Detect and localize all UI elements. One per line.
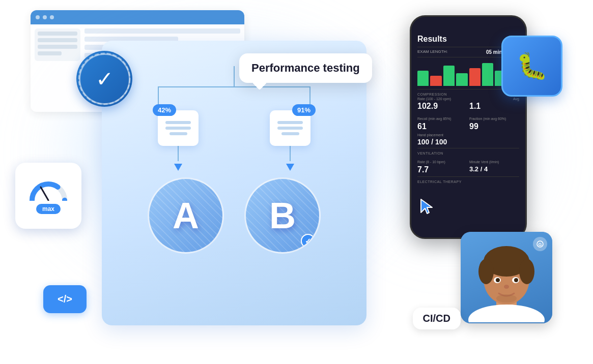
fraction-container: Fraction (min avg 60%) 99 [469,113,519,131]
svg-line-1 [41,187,48,200]
arrow-head [174,164,182,171]
doc-line [165,121,191,124]
percentage-badge-a: 42% [153,104,176,116]
circle-b: B ✓ [244,177,321,254]
electrical-label: ELECTRICAL THERAPY [417,180,519,184]
hand-val: 100 / 100 [417,138,519,146]
dash-sidebar [35,28,80,61]
avg-val-container: 1.1 [469,102,519,111]
phone-notch [448,17,489,29]
dash-sidebar-item [38,38,77,42]
phone-divider [417,176,519,177]
perf-tooltip-text: Performance testing [251,62,360,74]
svg-text:G: G [538,242,542,247]
recoil-container: Recoil (min avg 85%) 61 [417,113,467,131]
dash-dot-3 [50,15,54,19]
svg-point-3 [468,305,545,322]
svg-marker-16 [421,199,432,214]
phone-recoil-grid: Recoil (min avg 85%) 61 Fraction (min av… [417,113,519,131]
circle-a-letter: A [173,195,199,236]
min-vent-label: Minute Vent (l/min) [469,160,499,164]
vent-rate-grid: Rate (8 - 10 bpm) 7.7 Minute Vent (l/min… [417,156,519,174]
avg-val: 1.1 [469,102,481,110]
dash-row [84,28,240,34]
phone-divider [417,148,519,148]
phone-rate-grid: 102.9 1.1 [417,102,519,111]
doc-line-short [281,132,299,135]
ventilation-section-label: VENTILATION [417,151,519,155]
arrow-head [286,164,294,171]
doc-line-short [170,132,187,135]
ab-testing-card: 42% 91% [102,41,366,325]
seal-checkmark: ✓ [96,67,114,92]
min-vent-val: 3.2 / 4 [469,165,519,173]
bug-icon-card: 🐛 [501,36,562,97]
phone-rate-row: Rate (100 - 120 cpm) Avg [417,97,519,101]
speed-meter-card: max [15,163,81,229]
selected-checkmark: ✓ [301,234,315,248]
svg-point-6 [478,259,494,284]
recoil-label: Recoil (min avg 85%) [417,117,451,120]
hand-placement-row: Hand placement [417,133,519,137]
rate-label: Rate (100 - 120 cpm) [417,97,451,101]
arrow-container [158,146,310,173]
rate-val-container: 102.9 [417,102,467,111]
seal-outer-ring: ✓ [76,51,132,107]
exam-length-label: EXAM LENGTH: [417,49,448,55]
tree-structure: 42% 91% [112,66,356,254]
vent-rate-val: 7.7 [417,165,467,174]
fraction-val: 99 [469,122,519,131]
svg-point-12 [504,285,509,289]
cicd-badge: CI/CD [413,308,461,329]
svg-point-7 [519,259,534,284]
person-card: G [461,232,552,323]
chart-bar [482,63,493,86]
circle-a: A [148,177,224,254]
code-icon-text: </> [58,293,72,305]
left-doc-container: 42% [158,110,199,146]
person-face: G [461,232,552,323]
performance-testing-tooltip: Performance testing [239,53,372,83]
vent-rate-container: Rate (8 - 10 bpm) 7.7 [417,156,467,174]
dash-sidebar-item [38,32,77,36]
verification-seal: ✓ [76,51,132,107]
cicd-label: CI/CD [423,313,450,324]
rate-val: 102.9 [417,102,438,110]
tree-root-line [234,66,235,86]
doc-line [277,127,303,130]
person-card-icon-svg: G [536,240,544,248]
cursor-svg [420,198,435,216]
dash-sidebar-item [38,51,62,55]
arrow-line [290,146,291,161]
right-arrow [270,146,310,173]
chart-bar [417,71,429,86]
bug-icon: 🐛 [516,51,548,81]
hand-label: Hand placement [417,133,443,137]
fraction-label: Fraction (min avg 60%) [469,117,506,120]
ab-circles-row: A B ✓ [148,177,321,254]
vent-rate-label: Rate (8 - 10 bpm) [417,160,445,164]
svg-point-13 [496,294,517,302]
svg-point-10 [496,278,500,282]
doc-line [277,121,303,124]
speed-label: max [36,204,61,214]
arrow-line [178,146,179,161]
doc-icons-row: 42% 91% [158,110,310,146]
dash-sidebar-item [38,45,77,49]
chart-bar [469,68,481,86]
right-doc-container: 91% [270,110,310,146]
percentage-badge-b: 91% [292,104,316,116]
svg-point-11 [514,278,518,282]
person-card-icon: G [533,237,547,251]
avg-label: Avg [513,97,519,101]
chart-bar [443,66,455,86]
dash-dot-2 [43,15,47,19]
speedometer-svg [28,178,69,201]
dash-dot-1 [36,15,40,19]
dash-header [31,10,244,24]
speedometer-graphic [28,178,69,201]
chart-bar [456,73,467,86]
doc-line [165,127,191,130]
chart-bar [430,76,441,86]
cursor-arrow [420,198,435,216]
